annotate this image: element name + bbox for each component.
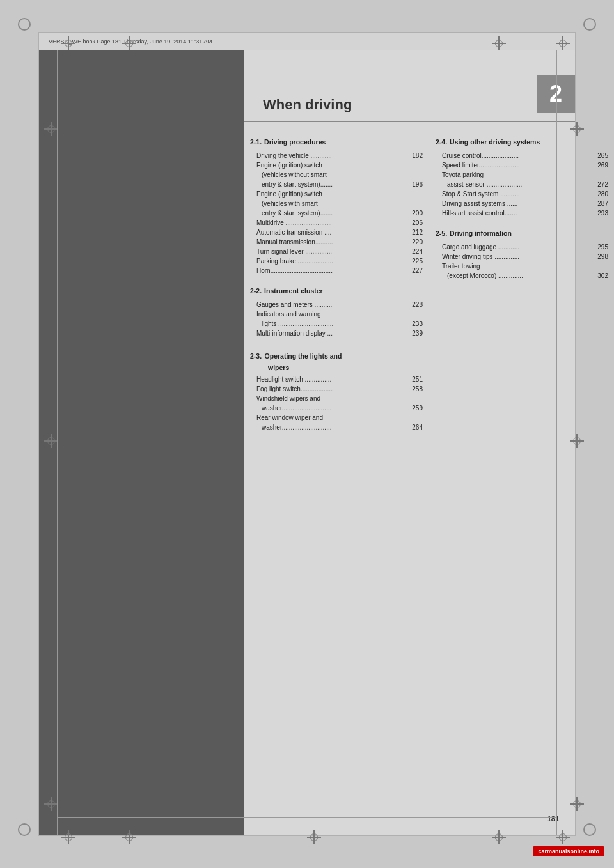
section-2-1-title: Driving procedures [264, 138, 326, 146]
left-column [39, 50, 244, 835]
toc-entry: Cruise control..................... 265 [436, 151, 608, 160]
toc-entry: Multidrive .......................... 20… [250, 218, 423, 228]
toc-entry: Headlight switch ............... 251 [250, 375, 423, 384]
corner-circle-tr [583, 18, 596, 31]
toc-entry: Gauges and meters .......... 228 [250, 300, 423, 309]
toc-entry: Cargo and luggage ............ 295 [436, 242, 608, 252]
toc-entry: lights ............................... 2… [250, 319, 423, 329]
toc-entry: entry & start system)....... 196 [250, 180, 423, 189]
chapter-number: 2 [549, 81, 562, 107]
section-2-4-label: 2-4. [436, 138, 447, 146]
page: VERSO_WE.book Page 181 Thursday, June 19… [38, 32, 576, 836]
section-2-2-title: Instrument cluster [264, 287, 323, 295]
toc-entry: Hill-start assist control....... 293 [436, 208, 608, 218]
section-2-1: 2-1. Driving procedures Driving the vehi… [250, 138, 423, 275]
site-watermark: carmanualsonline.info [533, 846, 604, 856]
toc-entry: Multi-information display ... 239 [250, 329, 423, 338]
toc-entry: Winter driving tips .............. 298 [436, 252, 608, 261]
toc-entry: Trailer towing [436, 261, 608, 271]
toc-entry: Engine (ignition) switch [250, 189, 423, 199]
toc-entry: washer............................ 264 [250, 422, 423, 432]
section-2-1-label: 2-1. [250, 138, 262, 146]
left-border [57, 50, 58, 835]
toc-entry: assist-sensor .................... 272 [436, 180, 608, 189]
toc-entry: Rear window wiper and [250, 413, 423, 422]
section-2-3: 2-3. Operating the lights and wipers Hea… [250, 350, 423, 432]
toc-entry: Fog light switch.................. 258 [250, 384, 423, 394]
content-left: 2-1. Driving procedures Driving the vehi… [250, 138, 423, 444]
section-2-2: 2-2. Instrument cluster Gauges and meter… [250, 287, 423, 338]
section-2-3-title: Operating the lights and [265, 352, 342, 360]
toc-entry: Turn signal lever ............... 224 [250, 247, 423, 256]
corner-circle-bl [18, 823, 31, 836]
toc-entry: Stop & Start system ........... 280 [436, 189, 608, 199]
toc-entry: Automatic transmission .... 212 [250, 228, 423, 237]
section-2-2-label: 2-2. [250, 287, 262, 295]
toc-entry: entry & start system)....... 200 [250, 208, 423, 218]
content-right: 2-4. Using other driving systems Cruise … [436, 138, 608, 292]
toc-entry: Windshield wipers and [250, 394, 423, 403]
right-border [556, 50, 557, 835]
page-number: 181 [547, 815, 559, 823]
toc-entry: (vehicles with smart [250, 199, 423, 208]
chapter-number-box: 2 [537, 75, 575, 113]
section-2-5-label: 2-5. [436, 229, 447, 237]
chapter-title-area: When driving 2 [244, 50, 575, 121]
toc-entry: (except Morocco) .............. 302 [436, 271, 608, 281]
section-2-4: 2-4. Using other driving systems Cruise … [436, 138, 608, 218]
toc-entry: Driving the vehicle ............ 182 [250, 151, 423, 160]
toc-entry: Manual transmission.......... 220 [250, 237, 423, 247]
section-2-3-title2: wipers [250, 364, 289, 371]
chapter-title: When driving [244, 97, 537, 113]
toc-entry: washer............................ 259 [250, 403, 423, 413]
corner-circle-br [583, 823, 596, 836]
toc-entry: (vehicles without smart [250, 170, 423, 180]
section-2-5-title: Driving information [450, 229, 512, 237]
toc-entry: Engine (ignition) switch [250, 160, 423, 170]
toc-entry: Toyota parking [436, 170, 608, 180]
toc-entry: Parking brake .................... 225 [250, 256, 423, 266]
toc-entry: Driving assist systems ...... 287 [436, 199, 608, 208]
chapter-divider [244, 121, 575, 122]
section-2-3-label: 2-3. [250, 352, 262, 360]
section-2-4-title: Using other driving systems [450, 138, 540, 146]
toc-entry: Horn................................... … [250, 266, 423, 275]
corner-circle-tl [18, 18, 31, 31]
toc-entry: Indicators and warning [250, 309, 423, 319]
bottom-border [57, 817, 557, 818]
section-2-5: 2-5. Driving information Cargo and lugga… [436, 229, 608, 281]
toc-entry: Speed limiter....................... 269 [436, 160, 608, 170]
